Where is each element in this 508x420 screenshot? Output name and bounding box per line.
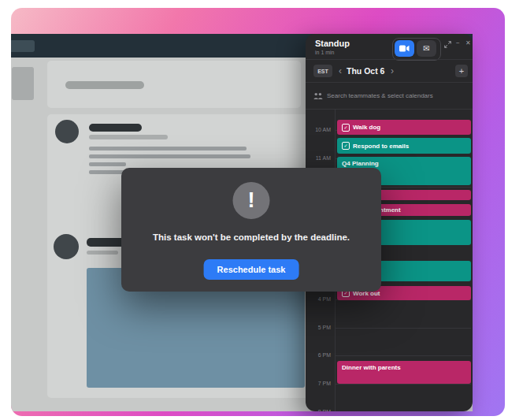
event-label: Q4 Planning: [342, 160, 379, 167]
reschedule-task-button[interactable]: Reschedule task: [204, 259, 299, 280]
search-placeholder-text: Search teammates & select calendars: [327, 92, 433, 99]
text-line-placeholder: [89, 147, 247, 151]
email-button[interactable]: ✉: [417, 40, 436, 57]
people-icon: [313, 92, 323, 100]
hour-label: 5 PM: [306, 325, 331, 330]
avatar: [55, 120, 79, 143]
next-day-chevron[interactable]: ›: [391, 65, 394, 77]
hour-label: 6 PM: [306, 352, 331, 358]
calendar-event[interactable]: Dinner with parents: [337, 361, 471, 384]
panel-title: Standup: [315, 39, 350, 48]
hour-line: [335, 355, 471, 356]
text-line-placeholder: [89, 154, 250, 158]
timezone-badge[interactable]: EST: [313, 65, 332, 77]
search-pill-placeholder: [65, 81, 144, 89]
calendar-event[interactable]: ✓Walk dog: [337, 120, 471, 135]
gradient-backdrop: Standup in 1 min ✉ − ✕ EST ‹ Thu Oct 6 ›…: [11, 8, 505, 416]
sidebar-item-placeholder: [12, 67, 34, 100]
exclamation-icon: !: [233, 182, 270, 219]
event-label: Respond to emails: [353, 143, 409, 150]
title-placeholder: [89, 124, 142, 132]
expand-icon[interactable]: [444, 41, 451, 48]
video-call-button[interactable]: [395, 40, 414, 57]
event-label: Walk dog: [353, 124, 380, 131]
event-label: Dinner with parents: [342, 364, 401, 371]
hour-line: [335, 328, 471, 329]
subtitle-placeholder: [87, 251, 118, 255]
hour-label: 7 PM: [306, 381, 331, 386]
divider: [306, 59, 473, 60]
checkbox-icon[interactable]: ✓: [342, 142, 350, 150]
checkbox-icon[interactable]: ✓: [342, 124, 350, 132]
titlebar-tab-placeholder: [11, 40, 35, 52]
hour-label: 4 PM: [306, 296, 331, 302]
date-label: Thu Oct 6: [347, 66, 384, 76]
text-line-placeholder: [89, 162, 126, 166]
avatar: [54, 234, 79, 259]
hour-line: [335, 384, 471, 385]
hour-label: 10 AM: [306, 127, 331, 132]
dialog-message: This task won't be completed by the dead…: [121, 232, 381, 242]
subtitle-placeholder: [89, 135, 168, 139]
teammate-search-input[interactable]: Search teammates & select calendars: [306, 83, 473, 109]
calendar-event[interactable]: ✓Respond to emails: [337, 138, 471, 154]
prev-day-chevron[interactable]: ‹: [339, 65, 342, 77]
header-card-placeholder: [47, 61, 301, 108]
deadline-warning-dialog: ! This task won't be completed by the de…: [121, 168, 381, 292]
add-event-button[interactable]: +: [455, 65, 468, 77]
video-camera-icon: [399, 45, 410, 52]
hour-label: 11 AM: [306, 155, 331, 161]
close-icon[interactable]: ✕: [465, 39, 471, 47]
minimize-icon[interactable]: −: [456, 39, 460, 47]
panel-subtitle: in 1 min: [315, 50, 335, 55]
